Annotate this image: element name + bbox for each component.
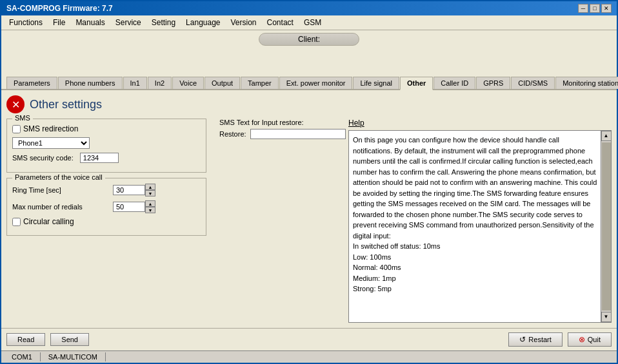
content-area: Parameters Phone numbers In1 In2 Voice O…	[1, 48, 617, 328]
scroll-thumb[interactable]	[602, 142, 611, 311]
status-device: SA-MULTICOM	[41, 352, 106, 361]
circular-calling-checkbox[interactable]	[12, 218, 21, 226]
security-code-input[interactable]	[80, 153, 119, 163]
ring-time-spinner-btns: ▲ ▼	[145, 184, 155, 196]
minimize-button[interactable]: ─	[578, 4, 588, 13]
client-label: Client:	[259, 33, 359, 46]
tab-output[interactable]: Output	[204, 77, 240, 89]
quit-label: Quit	[588, 336, 601, 343]
sms-redirection-label: SMS redirection	[23, 124, 78, 133]
tab-voice[interactable]: Voice	[172, 77, 204, 89]
help-text-box: On this page you can configure how the d…	[348, 130, 612, 323]
menu-language[interactable]: Language	[181, 17, 225, 28]
sms-text-label: SMS Text for Input restore:	[219, 119, 335, 126]
title-bar: SA-COMPROG Firmware: 7.7 ─ □ ✕	[1, 1, 617, 15]
page-content: ✕ Other settings SMS SMS redirection	[1, 90, 617, 328]
menu-functions[interactable]: Functions	[4, 17, 48, 28]
circular-calling-row: Circular calling	[12, 217, 201, 226]
restore-label: Restore:	[219, 130, 246, 138]
page-title: Other settings	[30, 98, 102, 111]
security-code-label: SMS security code:	[12, 154, 74, 162]
menu-contact[interactable]: Contact	[262, 17, 299, 28]
ring-time-down[interactable]: ▼	[145, 190, 155, 196]
tab-other[interactable]: Other	[400, 77, 433, 90]
max-redials-spinner-btns: ▲ ▼	[145, 200, 155, 213]
scroll-down-button[interactable]: ▼	[601, 312, 612, 322]
restart-label: Restart	[528, 336, 551, 343]
help-area: Help On this page you can configure how …	[348, 119, 612, 323]
help-title: Help	[348, 119, 612, 128]
menu-manuals[interactable]: Manuals	[70, 17, 110, 28]
scroll-up-button[interactable]: ▲	[601, 131, 612, 141]
maximize-button[interactable]: □	[590, 4, 600, 13]
menu-gsm[interactable]: GSM	[299, 17, 326, 28]
max-redials-spinner: ▲ ▼	[113, 200, 155, 213]
status-bar: COM1 SA-MULTICOM	[1, 350, 617, 363]
max-redials-down[interactable]: ▼	[145, 207, 155, 213]
menu-version[interactable]: Version	[226, 17, 262, 28]
tab-parameters[interactable]: Parameters	[6, 77, 57, 89]
status-com: COM1	[4, 352, 41, 361]
max-redials-up[interactable]: ▲	[145, 200, 155, 207]
menu-file[interactable]: File	[48, 17, 70, 28]
circular-calling-label: Circular calling	[23, 217, 74, 226]
menu-setting[interactable]: Setting	[146, 17, 181, 28]
security-code-row: SMS security code:	[12, 153, 201, 163]
tab-phone-numbers[interactable]: Phone numbers	[58, 77, 123, 89]
main-row: SMS SMS redirection Phone1 Phone2 Phone3…	[6, 119, 612, 323]
restore-row: Restore:	[219, 129, 335, 139]
ring-time-row: Ring Time [sec] ▲ ▼	[12, 184, 201, 196]
restart-icon: ↺	[519, 335, 526, 344]
tabs-bar: Parameters Phone numbers In1 In2 Voice O…	[1, 74, 617, 90]
ring-time-input[interactable]	[113, 185, 145, 195]
tab-cid-sms[interactable]: CID/SMS	[511, 77, 555, 89]
tab-in2[interactable]: In2	[148, 77, 172, 89]
tab-caller-id[interactable]: Caller ID	[434, 77, 475, 89]
window-title: SA-COMPROG Firmware: 7.7	[6, 4, 113, 13]
quit-icon: ⊗	[579, 335, 585, 344]
max-redials-row: Max number of redials ▲ ▼	[12, 200, 201, 213]
tab-monitoring[interactable]: Monitoring station	[555, 77, 618, 89]
tab-ext-power[interactable]: Ext. power monitor	[279, 77, 353, 89]
sms-group-label: SMS	[12, 114, 33, 122]
main-window: SA-COMPROG Firmware: 7.7 ─ □ ✕ Functions…	[0, 0, 618, 364]
help-scrollbar: ▲ ▼	[601, 131, 611, 322]
sms-text-area: SMS Text for Input restore: Restore:	[213, 119, 342, 323]
settings-icon: ✕	[6, 95, 25, 113]
title-controls: ─ □ ✕	[578, 4, 612, 13]
phone-select-row: Phone1 Phone2 Phone3 Phone4	[12, 137, 201, 149]
left-col: SMS SMS redirection Phone1 Phone2 Phone3…	[6, 119, 206, 323]
tab-gprs[interactable]: GPRS	[476, 77, 510, 89]
sms-redirection-checkbox[interactable]	[12, 125, 21, 133]
tab-life-signal[interactable]: Life signal	[353, 77, 399, 89]
phone-select[interactable]: Phone1 Phone2 Phone3 Phone4	[12, 137, 90, 149]
quit-button[interactable]: ⊗ Quit	[568, 332, 612, 347]
bottom-left: Read Send	[6, 333, 89, 346]
sms-group: SMS SMS redirection Phone1 Phone2 Phone3…	[6, 119, 206, 173]
menu-bar: Functions File Manuals Service Setting L…	[1, 15, 617, 30]
client-bar: Client: Satalarm »	[1, 30, 617, 48]
send-button[interactable]: Send	[50, 333, 89, 346]
help-text: On this page you can configure how the d…	[353, 135, 598, 318]
sms-redirection-row: SMS redirection	[12, 124, 201, 133]
tab-tamper[interactable]: Tamper	[241, 77, 279, 89]
ring-time-spinner: ▲ ▼	[113, 184, 155, 196]
ring-time-label: Ring Time [sec]	[12, 186, 109, 194]
voice-group: Parameters of the voice call Ring Time […	[6, 178, 206, 236]
ring-time-up[interactable]: ▲	[145, 184, 155, 190]
restart-button[interactable]: ↺ Restart	[508, 332, 562, 347]
tab-in1[interactable]: In1	[123, 77, 147, 89]
max-redials-input[interactable]	[113, 202, 145, 212]
bottom-right: ↺ Restart ⊗ Quit	[508, 332, 612, 347]
voice-group-label: Parameters of the voice call	[12, 173, 105, 181]
page-header: ✕ Other settings	[6, 95, 612, 113]
max-redials-label: Max number of redials	[12, 203, 109, 211]
read-button[interactable]: Read	[6, 333, 45, 346]
close-button[interactable]: ✕	[601, 4, 612, 13]
restore-input[interactable]	[250, 129, 346, 139]
bottom-bar: Read Send ↺ Restart ⊗ Quit	[1, 328, 617, 350]
menu-service[interactable]: Service	[110, 17, 146, 28]
